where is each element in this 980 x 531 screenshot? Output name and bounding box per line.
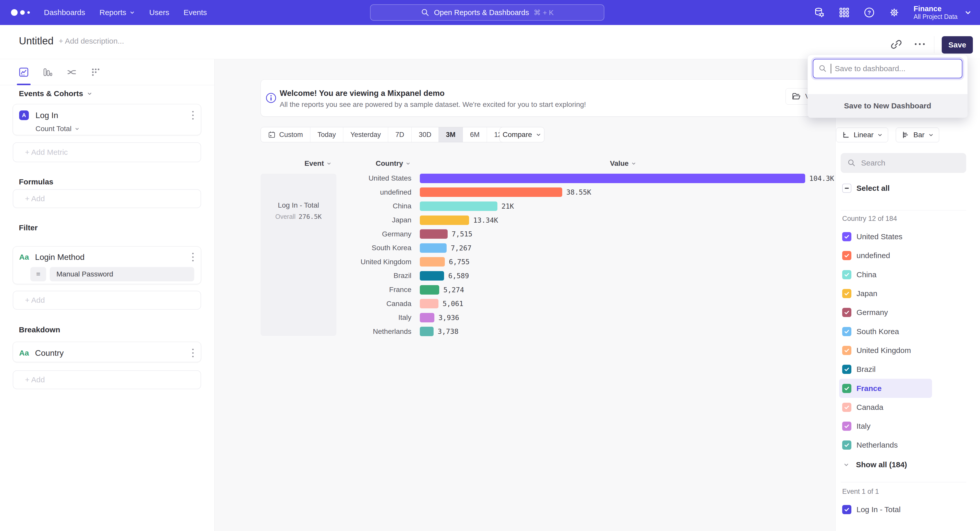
add-filter-button[interactable]: + Add xyxy=(13,291,201,310)
compare-button[interactable]: Compare xyxy=(500,127,544,142)
legend-row-brazil[interactable]: Brazil xyxy=(839,360,932,379)
bar-segment[interactable] xyxy=(420,201,497,211)
country-checkbox[interactable] xyxy=(842,232,851,241)
range-custom[interactable]: Custom xyxy=(261,127,310,142)
range-30d[interactable]: 30D xyxy=(412,127,439,142)
country-checkbox[interactable] xyxy=(842,422,851,431)
breakdown-property-name[interactable]: Country xyxy=(35,349,64,358)
nav-link-dashboards[interactable]: Dashboards xyxy=(44,8,85,17)
bar-segment[interactable] xyxy=(420,187,562,197)
breakdown-kebab-icon[interactable] xyxy=(191,347,195,359)
column-header-event[interactable]: Event xyxy=(304,159,331,168)
bar-segment[interactable] xyxy=(420,174,805,183)
add-description-field[interactable]: + Add description... xyxy=(59,37,124,45)
chart-row-germany: Germany7,515 xyxy=(336,227,834,241)
bar-segment[interactable] xyxy=(420,299,438,308)
country-checkbox[interactable] xyxy=(842,365,851,374)
metric-kebab-icon[interactable] xyxy=(191,109,195,121)
add-metric-button[interactable]: + Add Metric xyxy=(13,142,201,162)
tab-flows[interactable] xyxy=(66,67,77,78)
save-button[interactable]: Save xyxy=(942,36,973,54)
range-6m[interactable]: 6M xyxy=(463,127,487,142)
save-to-new-dashboard-button[interactable]: Save to New Dashboard xyxy=(808,94,967,117)
country-checkbox[interactable] xyxy=(842,327,851,336)
nav-link-users[interactable]: Users xyxy=(149,8,169,17)
metric-card[interactable]: A Log In Count Total xyxy=(13,104,201,135)
country-checkbox[interactable] xyxy=(842,289,851,298)
country-checkbox[interactable] xyxy=(842,251,851,260)
nav-link-events[interactable]: Events xyxy=(183,8,207,17)
range-3m[interactable]: 3M xyxy=(439,127,463,142)
metric-badge: A xyxy=(19,111,29,120)
select-all-row[interactable]: Select all xyxy=(839,182,890,195)
bar-segment[interactable] xyxy=(420,216,469,225)
country-checkbox[interactable] xyxy=(842,441,851,450)
bar-value-label: 6,589 xyxy=(448,272,469,280)
global-search-button[interactable]: Open Reports & Dashboards ⌘ + K xyxy=(370,4,605,21)
legend-row-netherlands[interactable]: Netherlands xyxy=(839,436,932,455)
show-all-toggle[interactable]: Show all (184) xyxy=(839,458,907,472)
bar-category-label: Brazil xyxy=(336,272,411,280)
filter-operator[interactable]: = xyxy=(30,267,46,281)
events-section-label[interactable]: Events & Cohorts xyxy=(19,89,92,98)
breakdown-card[interactable]: Aa Country xyxy=(13,342,201,362)
data-management-icon[interactable] xyxy=(814,7,825,18)
copy-link-icon[interactable] xyxy=(890,38,903,51)
column-header-value[interactable]: Value xyxy=(610,159,636,168)
add-breakdown-button[interactable]: + Add xyxy=(13,370,201,389)
bar-segment[interactable] xyxy=(420,271,444,281)
legend-row-germany[interactable]: Germany xyxy=(839,303,932,322)
legend-row-united-kingdom[interactable]: United Kingdom xyxy=(839,341,932,360)
settings-gear-icon[interactable] xyxy=(889,7,900,18)
select-all-checkbox[interactable] xyxy=(842,184,851,193)
tab-retention[interactable] xyxy=(90,67,101,78)
legend-row-south-korea[interactable]: South Korea xyxy=(839,322,932,341)
save-to-dashboard-input[interactable]: Save to dashboard... xyxy=(813,59,963,78)
legend-row-canada[interactable]: Canada xyxy=(839,398,932,417)
country-checkbox[interactable] xyxy=(842,270,851,279)
nav-link-reports[interactable]: Reports xyxy=(100,8,135,17)
bar-category-label: France xyxy=(336,286,411,294)
apps-grid-icon[interactable] xyxy=(838,7,850,18)
help-icon[interactable]: ? xyxy=(864,7,875,18)
range-yesterday[interactable]: Yesterday xyxy=(343,127,388,142)
legend-search-input[interactable]: Search xyxy=(841,153,966,173)
legend-row-china[interactable]: China xyxy=(839,265,932,284)
event-series-cell[interactable]: Log In - Total Overall276.5K xyxy=(261,174,336,336)
scale-selector-button[interactable]: Linear xyxy=(836,127,888,142)
legend-row-united-states[interactable]: United States xyxy=(839,227,932,246)
bar-segment[interactable] xyxy=(420,229,448,239)
chart-type-button[interactable]: Bar xyxy=(896,127,939,142)
range-7d[interactable]: 7D xyxy=(388,127,412,142)
more-actions-icon[interactable] xyxy=(913,40,927,48)
bar-segment[interactable] xyxy=(420,327,434,336)
legend-row-undefined[interactable]: undefined xyxy=(839,246,932,265)
project-switcher[interactable]: Finance All Project Data xyxy=(914,5,972,21)
add-formula-button[interactable]: + Add xyxy=(13,189,201,208)
country-checkbox[interactable] xyxy=(842,346,851,355)
bar-segment[interactable] xyxy=(420,285,439,295)
legend-row-france[interactable]: France xyxy=(839,379,932,398)
range-today[interactable]: Today xyxy=(310,127,343,142)
filter-property-name[interactable]: Login Method xyxy=(35,252,84,262)
filter-value[interactable]: Manual Password xyxy=(50,267,194,281)
filter-kebab-icon[interactable] xyxy=(191,251,195,263)
bar-segment[interactable] xyxy=(420,243,447,253)
tab-insights[interactable] xyxy=(18,67,29,78)
legend-row-japan[interactable]: Japan xyxy=(839,284,932,303)
metric-aggregation[interactable]: Count Total xyxy=(35,125,201,133)
mixpanel-logo-icon[interactable] xyxy=(9,7,34,17)
column-header-country[interactable]: Country xyxy=(375,159,410,168)
legend-row-italy[interactable]: Italy xyxy=(839,417,932,436)
country-checkbox[interactable] xyxy=(842,308,851,317)
metric-name[interactable]: Log In xyxy=(35,111,58,120)
event-checkbox[interactable] xyxy=(842,505,851,514)
filter-card[interactable]: Aa Login Method = Manual Password xyxy=(13,246,201,284)
bar-segment[interactable] xyxy=(420,257,445,266)
bar-segment[interactable] xyxy=(420,313,434,322)
event-legend-row[interactable]: Log In - Total xyxy=(839,500,900,519)
country-checkbox[interactable] xyxy=(842,403,851,412)
country-checkbox[interactable] xyxy=(842,384,851,393)
report-title[interactable]: Untitled xyxy=(19,35,54,47)
tab-funnels[interactable] xyxy=(42,67,53,78)
